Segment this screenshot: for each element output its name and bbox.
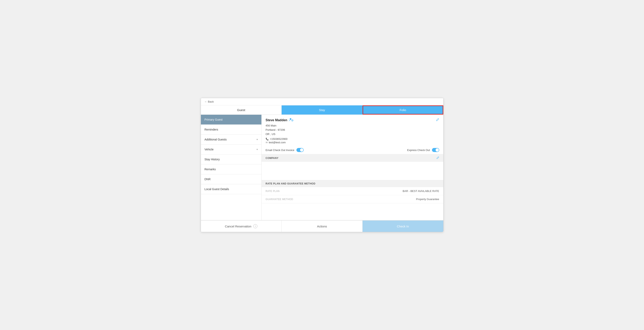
tab-folio[interactable]: Folio: [362, 105, 443, 114]
company-header: COMPANY: [262, 154, 443, 162]
rate-plan-label: RATE PLAN: [266, 190, 280, 193]
guest-phone: +15036522900: [270, 137, 288, 140]
back-link[interactable]: ← Back: [204, 100, 214, 103]
main-body: Primary Guest Reminders Additional Guest…: [201, 115, 443, 220]
guarantee-method-label: GUARANTEE METHOD: [266, 198, 293, 201]
rate-plan-value: BAR - BEST AVAILABLE RATE: [403, 190, 439, 193]
sidebar: Primary Guest Reminders Additional Guest…: [201, 115, 262, 220]
email-checkout-label: Email Check Out Invoice: [266, 148, 294, 152]
svg-point-2: [292, 120, 293, 121]
guest-name: Steve Madden: [266, 118, 288, 122]
back-arrow-icon: ←: [204, 100, 207, 103]
cancel-reservation-button[interactable]: Cancel Reservation i: [201, 221, 282, 232]
guest-header: Steve Madden 456 Main Portland - 97206: [262, 115, 443, 146]
sidebar-item-local-guest-details[interactable]: Local Guest Details: [201, 184, 262, 194]
email-icon: ✉: [266, 141, 268, 144]
sidebar-item-stay-history[interactable]: Stay History: [201, 154, 262, 164]
tabs: Guest Stay Folio: [201, 105, 443, 115]
guest-email: test@test.com: [269, 141, 286, 144]
address-line3: OR , US: [266, 132, 439, 136]
sidebar-item-dnr[interactable]: DNR: [201, 174, 262, 184]
footer-bar: Cancel Reservation i Actions Check In: [201, 220, 443, 232]
rate-plan-row: RATE PLAN BAR - BEST AVAILABLE RATE: [262, 187, 443, 195]
content-area: Steve Madden 456 Main Portland - 97206: [262, 115, 443, 220]
rate-plan-header-label: RATE PLAN AND GUARANTEE METHOD: [266, 182, 316, 185]
tab-stay[interactable]: Stay: [282, 105, 362, 114]
sidebar-item-primary-guest[interactable]: Primary Guest: [201, 115, 262, 125]
company-section: COMPANY: [262, 154, 443, 180]
sidebar-label-local-guest-details: Local Guest Details: [204, 188, 229, 191]
edit-guest-icon[interactable]: [436, 118, 439, 122]
rate-plan-section: RATE PLAN AND GUARANTEE METHOD RATE PLAN…: [262, 180, 443, 203]
sidebar-label-primary-guest: Primary Guest: [204, 118, 222, 121]
check-in-label: Check In: [397, 225, 409, 228]
company-header-label: COMPANY: [266, 157, 278, 159]
back-label: Back: [208, 100, 214, 103]
sidebar-label-dnr: DNR: [204, 178, 210, 181]
cancel-reservation-label: Cancel Reservation: [225, 225, 251, 228]
sidebar-label-additional-guests: Additional Guests: [204, 138, 227, 141]
phone-icon: 📞: [266, 138, 269, 140]
sidebar-item-vehicle[interactable]: Vehicle ▾: [201, 144, 262, 154]
svg-point-0: [290, 118, 291, 120]
guarantee-method-value: Property Guarantee: [416, 198, 439, 201]
guest-profile-icon: [289, 118, 293, 122]
back-bar: ← Back: [201, 98, 443, 105]
edit-company-icon[interactable]: [436, 156, 439, 160]
sidebar-label-remarks: Remarks: [204, 168, 216, 171]
toggle-row: Email Check Out Invoice Express Check Ou…: [262, 146, 443, 154]
sidebar-item-additional-guests[interactable]: Additional Guests ▾: [201, 135, 262, 144]
actions-button[interactable]: Actions: [282, 221, 362, 232]
chevron-down-icon: ▾: [256, 148, 258, 151]
sidebar-label-reminders: Reminders: [204, 128, 218, 131]
check-in-button[interactable]: Check In: [362, 221, 443, 232]
sidebar-item-reminders[interactable]: Reminders: [201, 125, 262, 135]
email-checkout-toggle[interactable]: [296, 148, 304, 152]
tab-guest[interactable]: Guest: [201, 105, 282, 114]
express-checkout-label: Express Check Out: [407, 148, 430, 152]
sidebar-label-vehicle: Vehicle: [204, 148, 214, 151]
rate-plan-header: RATE PLAN AND GUARANTEE METHOD: [262, 180, 443, 187]
express-checkout-toggle[interactable]: [432, 148, 439, 152]
actions-label: Actions: [317, 225, 327, 228]
address-line2: Portland - 97206: [266, 128, 439, 132]
chevron-down-icon: ▾: [256, 138, 258, 141]
sidebar-item-remarks[interactable]: Remarks: [201, 164, 262, 174]
sidebar-label-stay-history: Stay History: [204, 158, 220, 161]
main-window: ← Back Guest Stay Folio Primary Guest Re…: [201, 98, 444, 232]
info-icon: i: [253, 224, 257, 228]
address-line1: 456 Main: [266, 124, 439, 128]
guarantee-method-row: GUARANTEE METHOD Property Guarantee: [262, 195, 443, 203]
